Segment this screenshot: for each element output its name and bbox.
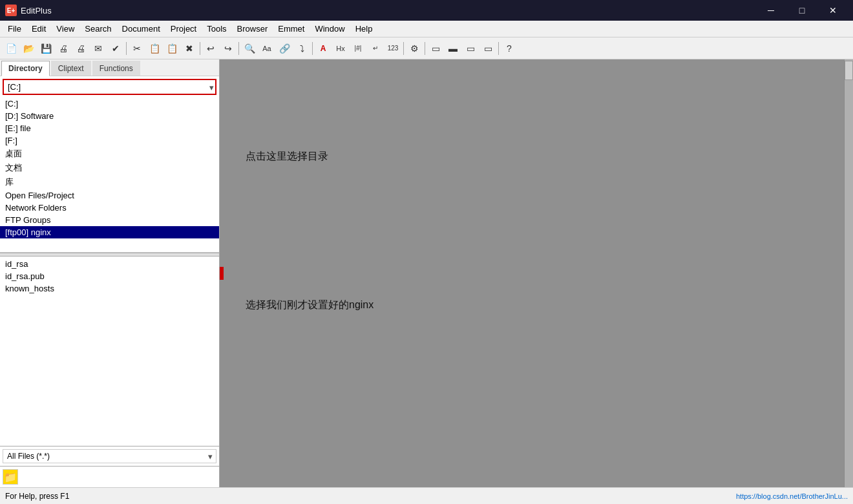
- maximize-button[interactable]: □: [787, 0, 817, 21]
- dir-item-lib[interactable]: 库: [0, 175, 219, 189]
- filter-select[interactable]: All Files (*.*) *.txt *.html *.php *.js …: [3, 449, 216, 463]
- toolbar-redo[interactable]: ↪: [220, 40, 237, 57]
- toolbar-view1[interactable]: ▭: [427, 40, 444, 57]
- dir-item-c[interactable]: [C:]: [0, 98, 219, 110]
- toolbar-sep-7: [498, 42, 499, 55]
- menu-file[interactable]: File: [3, 23, 26, 35]
- scrollbar-thumb[interactable]: [845, 61, 853, 80]
- menu-help[interactable]: Help: [350, 23, 378, 35]
- new-folder-area: 📁: [0, 466, 219, 487]
- toolbar-sep-6: [425, 42, 425, 55]
- status-bar: For Help, press F1 https://blog.csdn.net…: [0, 487, 853, 504]
- tab-directory[interactable]: Directory: [1, 61, 50, 76]
- left-marker: [220, 267, 224, 280]
- toolbar-color[interactable]: A: [315, 40, 332, 57]
- annotation-2: 选择我们刚才设置好的nginx: [246, 299, 374, 312]
- toolbar-view3[interactable]: ▭: [462, 40, 479, 57]
- toolbar-delete[interactable]: ✖: [181, 40, 198, 57]
- file-item-id-rsa[interactable]: id_rsa: [0, 258, 219, 270]
- window-controls: ─ □ ✕: [756, 0, 848, 21]
- toolbar-sep-3: [238, 42, 239, 55]
- panel-tabs: Directory Cliptext Functions: [0, 59, 219, 76]
- main-area: Directory Cliptext Functions [C:] [D:] S…: [0, 59, 853, 487]
- tab-functions[interactable]: Functions: [92, 61, 140, 76]
- title-bar: E+ EditPlus ─ □ ✕: [0, 0, 853, 21]
- toolbar-spell[interactable]: ✔: [107, 40, 124, 57]
- toolbar-wrap[interactable]: ↵: [367, 40, 384, 57]
- annotation-1-text: 点击这里选择目录: [246, 151, 328, 162]
- menu-tools[interactable]: Tools: [202, 23, 231, 35]
- menu-search[interactable]: Search: [79, 23, 116, 35]
- toolbar-settings[interactable]: ⚙: [406, 40, 423, 57]
- toolbar-sep-5: [403, 42, 404, 55]
- tab-cliptext[interactable]: Cliptext: [51, 61, 91, 76]
- toolbar-col[interactable]: |#|: [350, 40, 366, 57]
- status-left: For Help, press F1: [5, 492, 69, 501]
- directory-list[interactable]: [C:] [D:] Software [E:] file [F:] 桌面 文档 …: [0, 98, 219, 253]
- annotation-2-text: 选择我们刚才设置好的nginx: [246, 299, 374, 310]
- menu-view[interactable]: View: [51, 23, 79, 35]
- toolbar: 📄 📂 💾 🖨 🖨 ✉ ✔ ✂ 📋 📋 ✖ ↩ ↪ 🔍 Aa 🔗 ⤵ A Hx …: [0, 37, 853, 59]
- toolbar-link[interactable]: 🔗: [276, 40, 293, 57]
- menu-emmet[interactable]: Emmet: [273, 23, 310, 35]
- file-item-id-rsa-pub[interactable]: id_rsa.pub: [0, 270, 219, 282]
- editor-scrollbar[interactable]: [844, 59, 853, 487]
- dir-item-openfiles[interactable]: Open Files/Project: [0, 189, 219, 202]
- toolbar-print[interactable]: 🖨: [72, 40, 89, 57]
- status-url: https://blog.csdn.net/BrotherJinLu...: [736, 492, 848, 500]
- close-button[interactable]: ✕: [818, 0, 848, 21]
- menu-project[interactable]: Project: [165, 23, 202, 35]
- toolbar-view2[interactable]: ▬: [445, 40, 461, 57]
- app-icon: E+: [5, 5, 17, 16]
- dir-item-f[interactable]: [F:]: [0, 134, 219, 147]
- toolbar-help[interactable]: ?: [501, 40, 518, 57]
- file-item-known-hosts[interactable]: known_hosts: [0, 282, 219, 295]
- toolbar-save[interactable]: 💾: [37, 40, 54, 57]
- toolbar-mail[interactable]: ✉: [90, 40, 107, 57]
- toolbar-num[interactable]: 123: [384, 40, 401, 57]
- toolbar-paste[interactable]: 📋: [163, 40, 180, 57]
- drive-select[interactable]: [C:] [D:] Software [E:] file [F:] 桌面 文档 …: [3, 79, 216, 95]
- status-help-text: For Help, press F1: [5, 492, 69, 501]
- toolbar-goto[interactable]: ⤵: [293, 40, 310, 57]
- toolbar-hx[interactable]: Hx: [332, 40, 349, 57]
- file-list: id_rsa id_rsa.pub known_hosts: [0, 257, 219, 446]
- menu-document[interactable]: Document: [117, 23, 165, 35]
- dir-item-e[interactable]: [E:] file: [0, 122, 219, 134]
- editor-area: 点击这里选择目录 选择我们刚才设置好的nginx: [220, 59, 853, 487]
- dir-item-docs[interactable]: 文档: [0, 161, 219, 175]
- toolbar-sep-2: [200, 42, 200, 55]
- toolbar-find[interactable]: 🔍: [241, 40, 258, 57]
- toolbar-cut[interactable]: ✂: [129, 40, 145, 57]
- dir-item-d[interactable]: [D:] Software: [0, 110, 219, 122]
- dir-item-network[interactable]: Network Folders: [0, 202, 219, 214]
- minimize-button[interactable]: ─: [756, 0, 786, 21]
- toolbar-new[interactable]: 📄: [3, 40, 19, 57]
- dir-item-desktop[interactable]: 桌面: [0, 147, 219, 161]
- left-panel: Directory Cliptext Functions [C:] [D:] S…: [0, 59, 220, 487]
- filter-area[interactable]: All Files (*.*) *.txt *.html *.php *.js …: [0, 446, 219, 466]
- toolbar-open[interactable]: 📂: [20, 40, 37, 57]
- menu-window[interactable]: Window: [310, 23, 350, 35]
- toolbar-replace[interactable]: Aa: [258, 40, 275, 57]
- menu-edit[interactable]: Edit: [26, 23, 51, 35]
- dir-item-ftpgroups[interactable]: FTP Groups: [0, 214, 219, 226]
- filter-dropdown[interactable]: All Files (*.*) *.txt *.html *.php *.js …: [3, 449, 216, 463]
- toolbar-view4[interactable]: ▭: [479, 40, 496, 57]
- menu-bar: File Edit View Search Document Project T…: [0, 21, 853, 37]
- new-folder-button[interactable]: 📁: [3, 469, 18, 485]
- menu-browser[interactable]: Browser: [232, 23, 273, 35]
- window-title: EditPlus: [21, 6, 756, 16]
- annotation-1: 点击这里选择目录: [246, 150, 328, 163]
- toolbar-sep-4: [312, 42, 313, 55]
- status-right: https://blog.csdn.net/BrotherJinLu...: [736, 492, 848, 500]
- dir-item-ftp-nginx[interactable]: [ftp00] nginx: [0, 226, 219, 238]
- toolbar-save2[interactable]: 🖨: [55, 40, 72, 57]
- toolbar-sep-1: [126, 42, 127, 55]
- drive-dropdown[interactable]: [C:] [D:] Software [E:] file [F:] 桌面 文档 …: [3, 79, 216, 95]
- toolbar-copy[interactable]: 📋: [146, 40, 163, 57]
- toolbar-undo[interactable]: ↩: [202, 40, 219, 57]
